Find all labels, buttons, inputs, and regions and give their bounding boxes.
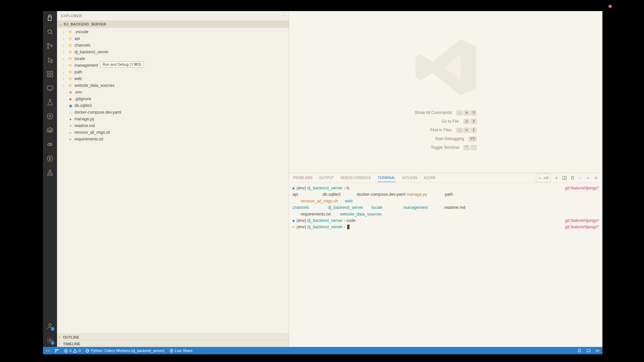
command-hint: Toggle Terminal^` <box>431 145 477 150</box>
file-icon: ⚙ <box>68 89 73 95</box>
panel-tab[interactable]: OUTPUT <box>319 174 334 182</box>
python-interpreter[interactable]: Python: Celery Workers (dj_backend_serve… <box>85 349 164 353</box>
command-hint: Go to File⌘P <box>441 119 477 124</box>
file-icon: ▾ <box>68 123 73 128</box>
root-label: DJ_BACKEND_SERVER <box>64 22 106 26</box>
problems-button[interactable]: 0 0 <box>64 349 80 353</box>
ext-icon-2[interactable] <box>46 140 54 148</box>
timeline-section[interactable]: ›TIMELINE <box>57 340 289 347</box>
terminal-shell-select[interactable]: zsh <box>536 173 550 182</box>
folder-label: locale <box>74 56 85 61</box>
folder-row[interactable]: ›📁web <box>57 75 289 82</box>
folder-icon: 📁 <box>68 69 73 75</box>
panel-more-icon[interactable]: ⋯ <box>578 174 582 182</box>
test-icon[interactable] <box>46 98 54 106</box>
key: ` <box>471 145 477 150</box>
ext-icon-3[interactable] <box>46 155 54 163</box>
panel-tab[interactable]: DEBUG CONSOLE <box>340 174 371 182</box>
key: P <box>471 110 477 115</box>
svg-rect-8 <box>51 75 53 77</box>
file-icon: ▣ <box>68 103 73 108</box>
remote-icon[interactable] <box>46 84 54 92</box>
key: F <box>471 128 477 133</box>
panel-tab[interactable]: PROBLEMS <box>293 174 313 182</box>
folder-row[interactable]: ›📁locale <box>57 55 289 62</box>
key-combo: F5 <box>469 136 477 141</box>
outline-label: OUTLINE <box>63 335 79 339</box>
folder-icon: 📁 <box>68 63 73 68</box>
ext-icon-1[interactable] <box>46 126 54 134</box>
terminal[interactable]: (env) dj_backend_server › lsgit:feature/… <box>289 183 602 347</box>
badge: 1 <box>51 327 55 331</box>
source-control-icon[interactable] <box>46 42 54 50</box>
split-terminal-icon[interactable] <box>562 176 567 180</box>
folder-row[interactable]: ›📁management <box>57 62 289 69</box>
file-row[interactable]: ●manage.py <box>57 116 289 122</box>
svg-rect-5 <box>47 71 49 73</box>
broadcast-icon[interactable] <box>595 349 600 353</box>
svg-point-4 <box>50 60 53 63</box>
svg-point-15 <box>49 339 51 341</box>
file-row[interactable]: ▾readme.md <box>57 122 289 129</box>
azure-icon[interactable] <box>46 169 54 177</box>
live-share-button[interactable]: Live Share <box>169 349 193 353</box>
panel-tab[interactable]: TERMINAL <box>378 174 395 182</box>
file-row[interactable]: ▣db.sqlite3 <box>57 102 289 109</box>
svg-point-1 <box>47 43 49 45</box>
svg-rect-7 <box>47 75 49 77</box>
new-terminal-icon[interactable] <box>554 176 559 180</box>
svg-point-18 <box>55 351 56 352</box>
gitlens-icon[interactable] <box>46 112 54 120</box>
root-folder[interactable]: ⌄ DJ_BACKEND_SERVER <box>57 20 289 28</box>
close-panel-icon[interactable] <box>594 176 598 180</box>
folder-row[interactable]: ›📁channels <box>57 42 289 49</box>
file-row[interactable]: ◆.gitignore <box>57 96 289 102</box>
kill-terminal-icon[interactable] <box>570 176 575 180</box>
file-row[interactable]: ⚙.env <box>57 89 289 96</box>
folder-row[interactable]: ›📁api <box>57 35 289 42</box>
sidebar-header: EXPLORER ⋯ <box>57 11 289 20</box>
outline-section[interactable]: ›OUTLINE <box>57 334 289 340</box>
svg-rect-6 <box>51 71 53 73</box>
file-row[interactable]: ▸remove_all_migs.sh <box>57 129 289 136</box>
chevron-right-icon: › <box>63 44 68 47</box>
panel-tab[interactable]: GITLENS <box>402 174 417 182</box>
svg-point-17 <box>55 349 56 350</box>
command-hint: Show All Commands⇧⌘P <box>415 110 477 115</box>
extensions-icon[interactable] <box>46 70 54 78</box>
key-combo: ⌘P <box>464 119 477 124</box>
svg-point-14 <box>49 324 51 326</box>
sidebar-more-icon[interactable]: ⋯ <box>281 14 285 18</box>
welcome-screen: Show All Commands⇧⌘PGo to File⌘PFind in … <box>289 11 602 173</box>
feedback-icon[interactable] <box>586 349 591 353</box>
command-hint: Find in Files⇧⌘F <box>430 128 477 133</box>
svg-point-12 <box>49 144 51 145</box>
tooltip: Run and Debug (⇧⌘D) <box>100 61 144 68</box>
file-row[interactable]: ▭docker-compose.dev.yaml <box>57 109 289 116</box>
notifications-icon[interactable] <box>577 349 582 353</box>
folder-row[interactable]: ›📁path <box>57 69 289 75</box>
search-icon[interactable] <box>46 28 54 36</box>
command-label: Start Debugging <box>435 136 464 141</box>
maximize-panel-icon[interactable] <box>586 176 590 180</box>
branch-button[interactable] <box>55 349 59 353</box>
chevron-right-icon: › <box>59 342 63 346</box>
svg-point-13 <box>47 156 53 162</box>
folder-row[interactable]: ›📁website_data_sources <box>57 82 289 89</box>
window-minimize-dot[interactable] <box>608 5 612 8</box>
svg-point-21 <box>170 349 173 352</box>
command-label: Go to File <box>441 119 459 124</box>
run-debug-icon[interactable] <box>46 56 54 64</box>
folder-row[interactable]: ›📁.vscode <box>57 28 289 35</box>
key: ⌘ <box>464 119 470 124</box>
file-row[interactable]: ≡requirements.txt <box>57 136 289 142</box>
folder-row[interactable]: ›📁dj_backend_server <box>57 49 289 55</box>
svg-point-23 <box>597 350 598 351</box>
folder-icon: 📁 <box>68 43 73 48</box>
key: ⌘ <box>464 128 470 133</box>
explorer-icon[interactable] <box>46 14 54 22</box>
remote-button[interactable] <box>46 349 50 353</box>
panel-tab[interactable]: AZURE <box>424 174 436 182</box>
file-icon: ≡ <box>68 136 73 142</box>
file-icon: ▸ <box>68 130 73 135</box>
